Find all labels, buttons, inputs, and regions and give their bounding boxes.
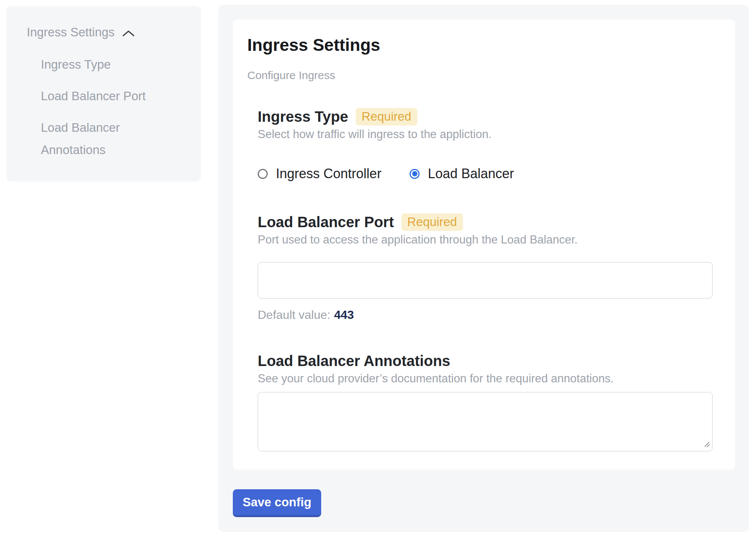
load-balancer-annotations-textarea[interactable] [258,392,713,451]
radio-button-icon[interactable] [410,169,420,179]
section-load-balancer-annotations: Load Balancer Annotations See your cloud… [258,352,717,451]
section-load-balancer-port: Load Balancer Port Required Port used to… [258,213,717,322]
section-label-load-balancer-annotations: Load Balancer Annotations [258,352,450,370]
page-title: Ingress Settings [247,35,717,55]
radio-button-icon[interactable] [258,169,268,179]
radio-load-balancer[interactable]: Load Balancer [410,166,514,182]
chevron-up-icon [122,25,135,41]
section-ingress-type: Ingress Type Required Select how traffic… [258,108,717,182]
resize-handle-icon[interactable] [704,441,710,449]
ingress-type-radio-group: Ingress Controller Load Balancer [258,166,717,182]
default-value: 443 [334,308,354,321]
section-description: Select how traffic will ingress to the a… [258,127,717,142]
sidebar-item-list: Ingress Type Load Balancer Port Load Bal… [41,53,193,161]
page-subtitle: Configure Ingress [247,68,717,82]
required-badge: Required [401,213,463,231]
default-value-prefix: Default value: [258,308,330,321]
section-description: See your cloud provider’s documentation … [258,371,717,386]
save-config-button[interactable]: Save config [233,489,321,517]
load-balancer-port-input[interactable] [258,262,713,298]
sidebar-item-ingress-type[interactable]: Ingress Type [41,53,178,76]
section-label-load-balancer-port: Load Balancer Port [258,213,394,231]
default-value-hint: Default value:443 [258,307,717,322]
radio-label: Ingress Controller [276,166,381,182]
config-nav-sidebar: Ingress Settings Ingress Type Load Balan… [6,6,201,182]
sidebar-item-load-balancer-annotations[interactable]: Load Balancer Annotations [41,117,178,161]
required-badge: Required [356,108,417,125]
radio-ingress-controller[interactable]: Ingress Controller [258,166,381,182]
section-description: Port used to access the application thro… [258,232,717,247]
config-main-panel: Ingress Settings Configure Ingress Ingre… [218,5,749,532]
ingress-settings-card: Ingress Settings Configure Ingress Ingre… [233,20,735,470]
sidebar-group-label: Ingress Settings [27,24,115,40]
section-label-ingress-type: Ingress Type [258,108,348,125]
radio-label: Load Balancer [428,166,514,182]
sidebar-item-load-balancer-port[interactable]: Load Balancer Port [41,85,178,107]
sidebar-group-ingress-settings[interactable]: Ingress Settings [27,23,193,41]
